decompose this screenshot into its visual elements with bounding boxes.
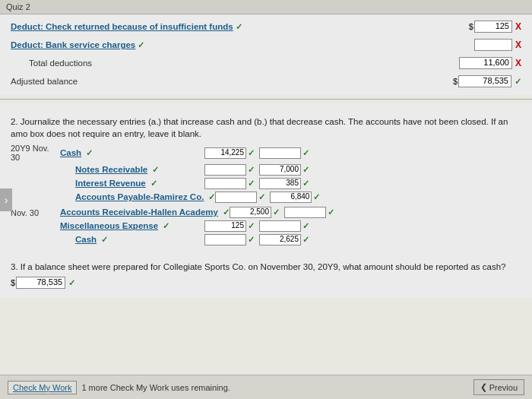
misc-credit-input[interactable] [259,220,301,232]
adjusted-balance-input[interactable]: 78,535 [458,75,511,87]
cash-debit-input[interactable]: 14,225 [204,147,246,159]
deduct-check-x: X [515,21,521,32]
bank-service-x: X [515,40,521,50]
notes-debit-input[interactable] [204,164,246,176]
total-deductions-x: X [515,58,521,68]
quiz-title: Quiz 2 [6,2,30,11]
journal-row-interest-revenue: Interest Revenue ✓ ✓ 385 ✓ [11,178,521,189]
main-container: › Quiz 2 Deduct: Check returned because … [0,0,532,399]
left-nav-arrow[interactable]: › [0,188,12,211]
account-interest-revenue: Interest Revenue ✓ [60,179,204,188]
journal-row-notes-receivable: Notes Receivable ✓ ✓ 7,000 ✓ [11,164,521,176]
total-deductions-input[interactable]: 11,600 [459,57,512,69]
previous-button[interactable]: ❮ Previou [473,379,524,395]
misc-debit-input[interactable]: 125 [204,220,246,232]
account-cash2: Cash ✓ [60,235,204,245]
account-ap-ramirez: Accounts Payable-Ramirez Co. ✓ [60,192,215,202]
cash2-debit-input[interactable] [204,234,246,245]
account-ar-hallen: Accounts Receivable-Hallen Academy ✓ [60,207,230,217]
bank-service-row: Deduct: Bank service charges ✓ X [11,37,521,52]
bottom-left: Check My Work 1 more Check My Work uses … [8,381,230,394]
journal-row-ap-ramirez: Accounts Payable-Ramirez Co. ✓ ✓ 6,840 ✓ [11,192,521,203]
q3-dollar: $ [11,278,15,287]
adjusted-balance-label: Adjusted balance [11,77,78,86]
bottom-bar: Check My Work 1 more Check My Work uses … [0,375,532,399]
q3-value-input[interactable]: 78,535 [16,277,65,289]
journal-row-cash2: Cash ✓ ✓ 2,625 ✓ [11,234,521,245]
total-deductions-row: Total deductions 11,600 X [11,55,521,71]
misc-credit-col: ✓ [259,220,311,232]
account-notes-receivable: Notes Receivable ✓ [60,165,204,175]
ar-debit-col: 2,500 ✓ [230,207,281,218]
cash2-credit-input[interactable]: 2,625 [259,234,301,245]
cash-debit-col: 14,225 ✓ [204,147,256,159]
check-my-work-button[interactable]: Check My Work [8,381,77,394]
deduct-check-checkmark: ✓ [236,22,242,32]
question3-text: 3. If a balance sheet were prepared for … [11,261,521,273]
top-section: Deduct: Check returned because of insuff… [0,14,532,95]
ap-credit-input[interactable]: 6,840 [270,192,312,203]
question2-text: 2. Journalize the necessary entries (a.)… [11,116,521,140]
account-misc-expense: Miscellaneous Expense ✓ [60,221,204,231]
cash-credit-input[interactable] [259,147,301,159]
ar-debit-input[interactable]: 2,500 [230,207,271,218]
cash-credit-col: ✓ [259,147,311,159]
date-20y9: 20Y9 Nov. 30 [11,144,60,162]
notes-debit-col: ✓ [204,164,256,176]
prev-arrow-icon: ❮ [480,382,487,392]
journal-row-misc-expense: Miscellaneous Expense ✓ 125 ✓ ✓ [11,220,521,232]
interest-debit-input[interactable] [204,178,246,189]
notes-credit-input[interactable]: 7,000 [259,164,301,176]
question2-section: 2. Journalize the necessary entries (a.)… [0,103,532,298]
bank-service-input[interactable] [474,39,512,51]
deduct-check-row: Deduct: Check returned because of insuff… [11,19,521,34]
adjusted-balance-row: Adjusted balance $ 78,535 ✓ [11,74,521,89]
interest-credit-input[interactable]: 385 [259,178,301,189]
date-nov30: Nov. 30 [11,208,60,217]
ar-credit-input[interactable] [284,207,326,218]
ap-debit-col: ✓ [215,192,267,203]
total-deductions-label: Total deductions [29,59,92,68]
remaining-text: 1 more Check My Work uses remaining. [81,383,230,392]
ar-credit-col: ✓ [284,207,336,218]
adjusted-balance-check: ✓ [515,77,521,87]
deduct-check-dollar: $ [469,22,473,31]
interest-credit-col: 385 ✓ [259,178,311,189]
header-bar: Quiz 2 [0,0,532,14]
misc-debit-col: 125 ✓ [204,220,256,232]
question3-section: 3. If a balance sheet were prepared for … [11,252,521,292]
deduct-check-label: Deduct: Check returned because of insuff… [11,22,233,31]
journal-row-cash: 20Y9 Nov. 30 Cash ✓ 14,225 ✓ ✓ [11,144,521,162]
question3-answer-row: $ 78,535 ✓ [11,277,521,289]
ap-credit-col: 6,840 ✓ [270,192,321,203]
bank-service-label: Deduct: Bank service charges [11,40,135,49]
journal-row-ar-hallen: Nov. 30 Accounts Receivable-Hallen Acade… [11,207,521,218]
ap-debit-input[interactable] [215,192,257,203]
prev-label: Previou [489,383,518,392]
cash2-debit-col: ✓ [204,234,256,245]
cash2-credit-col: 2,625 ✓ [259,234,311,245]
notes-credit-col: 7,000 ✓ [259,164,311,176]
deduct-check-input[interactable]: 125 [474,21,512,33]
adjusted-dollar: $ [453,77,458,86]
account-cash: Cash ✓ [60,148,204,158]
bank-service-checkmark: ✓ [138,40,144,50]
q3-check: ✓ [68,278,75,288]
interest-debit-col: ✓ [204,178,256,189]
